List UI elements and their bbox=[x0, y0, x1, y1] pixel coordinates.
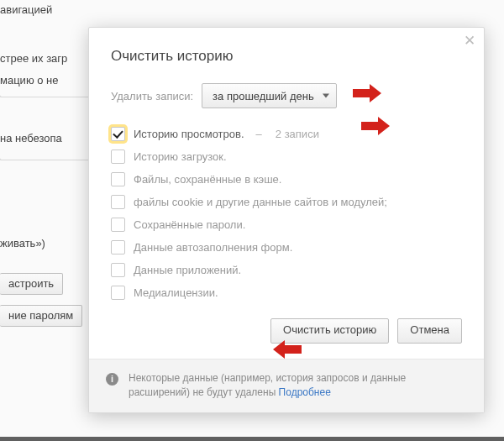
footer-text: Некоторые данные (например, история запр… bbox=[129, 372, 406, 398]
option-checkbox[interactable] bbox=[111, 127, 125, 141]
bg-passwords-button[interactable]: ние паролям bbox=[0, 305, 82, 327]
bg-fragment: авигацией bbox=[0, 3, 52, 16]
time-range-select[interactable]: за прошедший день bbox=[202, 83, 337, 108]
clear-option-row: Данные автозаполнения форм. bbox=[111, 240, 462, 254]
time-range-value: за прошедший день bbox=[213, 90, 314, 102]
option-checkbox[interactable] bbox=[111, 286, 125, 300]
option-label: Файлы, сохранённые в кэше. bbox=[134, 173, 281, 186]
clear-history-dialog: ✕ Очистить историю Удалить записи: за пр… bbox=[88, 27, 485, 413]
bg-fragment: стрее их загр bbox=[0, 52, 67, 65]
option-checkbox[interactable] bbox=[111, 263, 125, 277]
option-checkbox[interactable] bbox=[111, 150, 125, 164]
bg-configure-button[interactable]: астроить bbox=[0, 273, 63, 295]
cancel-button[interactable]: Отмена bbox=[397, 318, 462, 344]
option-label: файлы cookie и другие данные сайтов и мо… bbox=[134, 196, 387, 208]
option-checkbox[interactable] bbox=[111, 172, 125, 186]
dialog-body: Очистить историю Удалить записи: за прош… bbox=[89, 28, 484, 359]
option-checkbox[interactable] bbox=[111, 240, 125, 254]
time-range-label: Удалить записи: bbox=[111, 90, 193, 102]
dialog-title: Очистить историю bbox=[111, 48, 462, 65]
time-range-row: Удалить записи: за прошедший день bbox=[111, 83, 462, 108]
clear-history-button[interactable]: Очистить историю bbox=[270, 318, 389, 344]
clear-option-row: Медиалицензии. bbox=[111, 286, 462, 300]
clear-option-row: Файлы, сохранённые в кэше. bbox=[111, 172, 462, 186]
option-label: Медиалицензии. bbox=[134, 286, 218, 299]
info-icon: i bbox=[106, 373, 118, 386]
clear-option-row: Сохранённые пароли. bbox=[111, 218, 462, 232]
close-icon[interactable]: ✕ bbox=[462, 34, 477, 50]
option-count: 2 записи bbox=[276, 128, 319, 140]
option-label: Сохранённые пароли. bbox=[134, 218, 245, 231]
option-label: Данные автозаполнения форм. bbox=[134, 241, 292, 254]
option-label: Данные приложений. bbox=[134, 264, 241, 276]
clear-option-row: Историю загрузок. bbox=[111, 150, 462, 164]
chevron-down-icon bbox=[323, 94, 329, 98]
option-checkbox[interactable] bbox=[111, 195, 125, 209]
option-label: Историю просмотров. bbox=[134, 128, 244, 140]
clear-option-row: Данные приложений. bbox=[111, 263, 462, 277]
option-label: Историю загрузок. bbox=[134, 150, 227, 163]
clear-option-row: Историю просмотров.–2 записи bbox=[111, 127, 462, 141]
separator: – bbox=[256, 128, 262, 140]
bg-fragment: мацию о не bbox=[0, 74, 59, 87]
bg-fragment: живать») bbox=[0, 237, 45, 249]
footer-text-wrap: Некоторые данные (например, история запр… bbox=[129, 371, 467, 401]
option-checkbox[interactable] bbox=[111, 218, 125, 232]
clear-options-list: Историю просмотров.–2 записиИсторию загр… bbox=[111, 127, 462, 300]
clear-option-row: файлы cookie и другие данные сайтов и мо… bbox=[111, 195, 462, 209]
dialog-footer: i Некоторые данные (например, история за… bbox=[89, 359, 484, 412]
dialog-actions: Очистить историю Отмена bbox=[111, 318, 462, 344]
footer-learn-more-link[interactable]: Подробнее bbox=[279, 386, 331, 398]
